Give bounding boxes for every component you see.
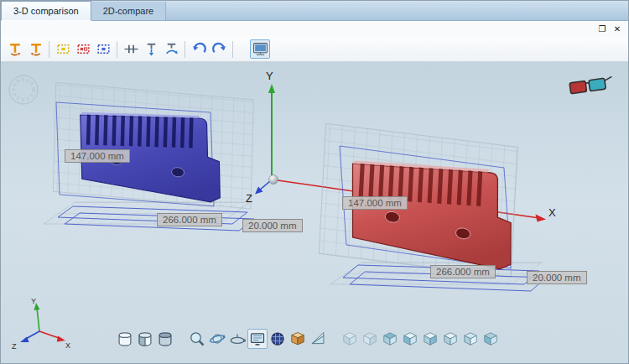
- view-cube-2-icon[interactable]: [360, 329, 380, 349]
- view-cube-5-icon[interactable]: [420, 329, 440, 349]
- app-window: 3-D comparison 2D-compare ❐ ✕: [0, 0, 629, 364]
- cylinder-shaded-icon[interactable]: [155, 329, 175, 349]
- tab-3d-comparison-label: 3-D comparison: [13, 6, 79, 16]
- tab-2d-compare-label: 2D-compare: [103, 6, 154, 16]
- mini-y-axis-label: Y: [31, 297, 36, 305]
- selection-blue-icon[interactable]: [93, 39, 113, 59]
- toolbar-separator: [232, 41, 233, 58]
- window-control-row: ❐ ✕: [1, 21, 628, 37]
- 3d-viewport[interactable]: Y X Z: [1, 62, 628, 364]
- rotate-view-icon[interactable]: [227, 329, 247, 349]
- zoom-sphere-icon[interactable]: [187, 329, 207, 349]
- y-axis: Y: [266, 70, 275, 179]
- fit-down-icon[interactable]: [141, 39, 161, 59]
- dimension-label-reference-depth: 20.000 mm: [242, 219, 303, 232]
- transform-target-b-icon[interactable]: [25, 39, 45, 59]
- view-cube-7-icon[interactable]: [460, 329, 481, 349]
- redo-icon[interactable]: [209, 39, 229, 59]
- selection-red-icon[interactable]: [73, 39, 93, 59]
- tab-bar: 3-D comparison 2D-compare: [1, 1, 628, 21]
- dimension-label-compare-height: 147.000 mm: [342, 196, 408, 210]
- origin-marker[interactable]: [269, 175, 278, 185]
- rotation-dial[interactable]: [9, 75, 38, 104]
- display-settings-icon[interactable]: [250, 39, 270, 59]
- tab-3d-comparison[interactable]: 3-D comparison: [1, 1, 91, 21]
- main-toolbar: [1, 37, 628, 62]
- maximize-button[interactable]: ❐: [595, 23, 610, 36]
- fit-rotate-icon[interactable]: [161, 39, 181, 59]
- mini-z-axis-label: Z: [12, 342, 17, 351]
- view-cube-4-icon[interactable]: [400, 329, 420, 349]
- solid-box-icon[interactable]: [288, 329, 308, 349]
- view-cube-6-icon[interactable]: [440, 329, 460, 349]
- mesh-sphere-icon[interactable]: [268, 329, 288, 349]
- tab-2d-compare[interactable]: 2D-compare: [91, 2, 167, 20]
- dimension-label-compare-depth: 20.000 mm: [527, 271, 587, 284]
- mini-x-axis-label: X: [65, 341, 70, 350]
- orbit-sphere-icon[interactable]: [207, 329, 227, 349]
- close-button[interactable]: ✕: [610, 23, 625, 36]
- 3d-scene[interactable]: Y X Z: [1, 62, 628, 364]
- dimension-label-reference-height: 147.000 mm: [65, 149, 130, 163]
- transform-target-a-icon[interactable]: [5, 39, 25, 59]
- screen-fit-icon[interactable]: [247, 329, 268, 349]
- y-axis-label: Y: [266, 70, 273, 82]
- clip-wedge-icon[interactable]: [308, 329, 328, 349]
- cylinder-outline-icon[interactable]: [115, 329, 135, 349]
- dimension-label-compare-width: 266.000 mm: [430, 265, 496, 278]
- x-axis-label: X: [548, 206, 556, 219]
- view-cube-8-icon[interactable]: [481, 329, 501, 349]
- undo-icon[interactable]: [189, 39, 209, 59]
- anaglyph-glasses-icon[interactable]: [569, 76, 613, 93]
- z-axis-label: Z: [246, 192, 252, 205]
- dimension-label-reference-width: 266.000 mm: [157, 213, 222, 226]
- view-cube-1-icon[interactable]: [340, 329, 360, 349]
- orientation-axes: Y X Z: [12, 297, 70, 351]
- align-parts-icon[interactable]: [121, 39, 141, 59]
- toolbar-separator: [117, 41, 117, 58]
- view-toolbar: [115, 329, 501, 349]
- cylinder-half-icon[interactable]: [135, 329, 155, 349]
- view-cube-3-icon[interactable]: [380, 329, 400, 349]
- selection-yellow-icon[interactable]: [53, 39, 73, 59]
- toolbar-separator: [49, 41, 49, 58]
- toolbar-separator: [185, 41, 185, 58]
